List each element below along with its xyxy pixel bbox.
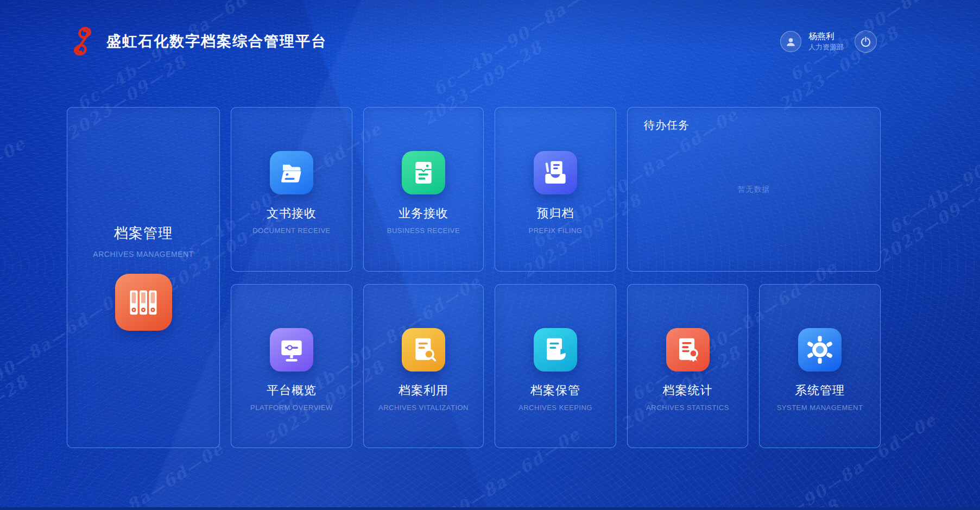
todo-empty-text: 暂无数据 (628, 185, 880, 194)
doc-medal-icon (666, 328, 710, 372)
card-title: 预归档 (537, 205, 574, 222)
card-subtitle: DOCUMENT RECEIVE (252, 226, 331, 235)
open-folder-icon (270, 151, 313, 194)
bottom-edge-strip (0, 507, 980, 510)
header-bar: 盛虹石化数字档案综合管理平台 杨燕利 人力资源部 (67, 21, 877, 62)
binders-icon (115, 274, 172, 331)
user-name: 杨燕利 (808, 32, 844, 41)
gear-icon (798, 328, 842, 372)
card-archives-statistics[interactable]: 档案统计 ARCHIVES STATISTICS (627, 284, 748, 448)
user-info: 杨燕利 人力资源部 (808, 32, 844, 51)
card-title: 文书接收 (267, 205, 317, 222)
monitor-icon (270, 328, 313, 372)
card-subtitle: BUSINESS RECEIVE (387, 226, 460, 235)
card-archives-vitalization[interactable]: 档案利用 ARCHIVES VITALIZATION (363, 284, 484, 448)
app-card-grid: 档案管理 ARCHIVES MANAGEMENT (67, 107, 881, 448)
card-subtitle: PREFIX FILING (529, 226, 583, 235)
doc-search-icon (402, 328, 445, 372)
card-title: 档案保管 (530, 382, 580, 399)
card-title: 档案管理 (114, 224, 173, 243)
card-prefix-filing[interactable]: 预归档 PREFIX FILING (495, 107, 616, 272)
envelope-icon (402, 151, 445, 194)
header-user-area: 杨燕利 人力资源部 (780, 30, 877, 53)
archive-tray-icon (534, 151, 577, 194)
card-title: 系统管理 (795, 382, 845, 399)
user-department: 人力资源部 (808, 43, 844, 51)
card-system-management[interactable]: 系统管理 SYSTEM MANAGEMENT (759, 284, 881, 448)
card-archives-keeping[interactable]: 档案保管 ARCHIVES KEEPING (495, 284, 616, 448)
user-icon (785, 35, 797, 48)
power-icon (860, 36, 871, 47)
card-platform-overview[interactable]: 平台概览 PLATFORM OVERVIEW (231, 284, 352, 448)
card-subtitle: ARCHIVES STATISTICS (646, 404, 729, 412)
card-subtitle: ARCHIVES VITALIZATION (378, 404, 469, 412)
card-subtitle: SYSTEM MANAGEMENT (777, 404, 863, 412)
card-title: 档案利用 (399, 382, 448, 399)
page-title: 盛虹石化数字档案综合管理平台 (106, 32, 327, 51)
card-subtitle: PLATFORM OVERVIEW (250, 404, 333, 412)
card-subtitle: ARCHIVES KEEPING (519, 404, 592, 412)
todo-panel-title: 待办任务 (628, 108, 880, 133)
user-avatar[interactable] (780, 31, 801, 52)
card-business-receive[interactable]: 业务接收 BUSINESS RECEIVE (363, 107, 484, 272)
card-archives-management[interactable]: 档案管理 ARCHIVES MANAGEMENT (67, 107, 220, 448)
shenghong-logo-icon (67, 26, 98, 57)
todo-panel: 待办任务 暂无数据 (627, 107, 881, 272)
card-title: 业务接收 (399, 205, 448, 222)
card-title: 平台概览 (267, 382, 317, 399)
card-title: 档案统计 (663, 382, 713, 399)
card-document-receive[interactable]: 文书接收 DOCUMENT RECEIVE (231, 107, 352, 272)
logout-button[interactable] (855, 30, 877, 53)
doc-pie-icon (534, 328, 577, 372)
desktop-home: 6c—4b—90—8a—6d—0e2023—09—286c—4b—90—8a—6… (0, 0, 980, 510)
card-subtitle: ARCHIVES MANAGEMENT (93, 250, 193, 259)
